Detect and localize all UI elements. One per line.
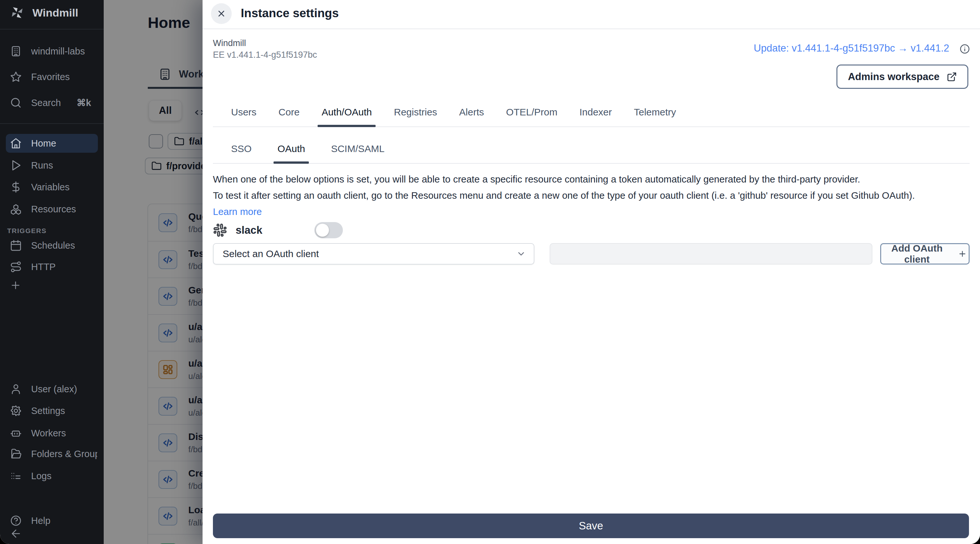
tab-label: Alerts [459, 107, 484, 118]
header-divider [202, 29, 980, 29]
sidebar-item-label: Runs [31, 160, 53, 171]
folder-open-icon [10, 448, 22, 460]
building-icon [10, 45, 22, 57]
oauth-client-select[interactable]: Select an OAuth client [213, 243, 535, 265]
dollar-icon [10, 181, 22, 193]
tab-label: SCIM/SAML [331, 143, 384, 154]
search-icon [10, 97, 22, 109]
home-icon [10, 137, 22, 150]
tab-label: OAuth [277, 143, 305, 154]
sidebar-item-logs[interactable]: Logs [10, 467, 97, 485]
calendar-icon [10, 239, 22, 252]
external-link-icon [947, 72, 957, 82]
slack-icon [213, 223, 227, 237]
tab-core[interactable]: Core [278, 98, 299, 126]
tab-label: SSO [231, 143, 251, 154]
tab-label: OTEL/Prom [506, 107, 557, 118]
close-button[interactable] [211, 3, 232, 24]
save-label: Save [579, 520, 603, 532]
tab-users[interactable]: Users [231, 98, 256, 126]
sidebar-divider [0, 29, 104, 29]
oauth-description: When one of the below options is set, yo… [213, 171, 961, 220]
instance-settings-drawer: Instance settings Windmill EE v1.441.1-4… [202, 0, 980, 544]
tab-registries[interactable]: Registries [394, 98, 437, 126]
select-value: Select an OAuth client [223, 248, 319, 259]
sidebar-item-label: Favorites [31, 72, 70, 82]
update-link[interactable]: Update: v1.441.1-4-g51f5197bc → v1.441.2 [754, 43, 949, 54]
sidebar-item-settings[interactable]: Settings [10, 402, 97, 420]
sidebar-item-variables[interactable]: Variables [10, 178, 97, 196]
learn-more-link[interactable]: Learn more [213, 206, 262, 217]
search-shortcut: ⌘k [76, 97, 91, 108]
tab-label: Indexer [579, 107, 612, 118]
sidebar-item-resources[interactable]: Resources [10, 200, 97, 218]
sidebar-item-label: HTTP [31, 262, 56, 272]
play-icon [10, 159, 22, 172]
add-oauth-client-button[interactable]: Add OAuth client [880, 243, 970, 265]
sidebar-item-http[interactable]: HTTP [10, 258, 97, 276]
sidebar-item-schedules[interactable]: Schedules [10, 236, 97, 255]
sidebar-item-label: Settings [31, 405, 65, 416]
subtab-oauth[interactable]: OAuth [277, 134, 305, 163]
app-logo[interactable]: Windmill [10, 5, 78, 20]
plus-icon [10, 279, 21, 291]
star-icon [10, 71, 22, 83]
triggers-section-label: TRIGGERS [7, 227, 47, 235]
sidebar-item-label: Search [31, 97, 61, 108]
subtab-sso[interactable]: SSO [231, 134, 251, 163]
admins-workspace-button[interactable]: Admins workspace [837, 64, 968, 89]
bot-icon [10, 427, 22, 439]
description-line-2: To test it after setting an oauth client… [213, 187, 961, 204]
user-icon [10, 383, 22, 395]
route-icon [10, 261, 22, 273]
sidebar-item-label: Variables [31, 182, 70, 193]
tab-auth-oauth[interactable]: Auth/OAuth [321, 98, 372, 126]
slack-enable-toggle[interactable] [314, 222, 343, 238]
sidebar-item-label: Home [31, 138, 56, 149]
save-button[interactable]: Save [213, 514, 969, 538]
sidebar-item-workspace[interactable]: windmill-labs [10, 42, 97, 60]
oauth-client-id-input[interactable] [550, 243, 872, 265]
sidebar-item-label: Schedules [31, 240, 75, 251]
add-trigger-button[interactable] [10, 276, 97, 294]
description-line-1: When one of the below options is set, yo… [213, 171, 961, 187]
settings-tabs: Users Core Auth/OAuth Registries Alerts … [213, 98, 970, 127]
sidebar-item-label: Folders & Groups... [31, 449, 97, 459]
sidebar-item-label: User (alex) [31, 384, 77, 394]
arrow-left-icon [10, 528, 22, 540]
subtab-scim-saml[interactable]: SCIM/SAML [331, 134, 384, 163]
sidebar-item-favorites[interactable]: Favorites [10, 68, 97, 86]
button-label: Add OAuth client [883, 243, 951, 265]
sidebar-item-runs[interactable]: Runs [10, 156, 97, 174]
sidebar-item-folders-groups[interactable]: Folders & Groups... [10, 445, 97, 463]
chevron-down-icon [516, 249, 526, 259]
tab-label: Users [231, 107, 256, 118]
sidebar-item-label: Resources [31, 204, 76, 215]
windmill-app: Windmill windmill-labs Favorites Search … [0, 0, 980, 544]
tab-telemetry[interactable]: Telemetry [634, 98, 676, 126]
sidebar: Windmill windmill-labs Favorites Search … [0, 0, 104, 544]
list-icon [10, 470, 22, 482]
product-name: Windmill [213, 38, 246, 48]
slack-provider-row: slack [213, 222, 343, 239]
version-text: EE v1.441.1-4-g51f5197bc [213, 50, 317, 60]
collapse-sidebar-button[interactable] [10, 525, 97, 543]
sidebar-item-label: Logs [31, 471, 51, 482]
tab-otel-prom[interactable]: OTEL/Prom [506, 98, 557, 126]
sidebar-item-home[interactable]: Home [6, 134, 98, 153]
button-label: Admins workspace [848, 71, 940, 83]
tab-label: Core [278, 107, 299, 118]
plus-icon [958, 249, 967, 259]
sidebar-item-workers[interactable]: Workers [10, 424, 97, 442]
boxes-icon [10, 203, 22, 215]
app-name: Windmill [32, 6, 78, 19]
tab-indexer[interactable]: Indexer [579, 98, 612, 126]
sidebar-item-user[interactable]: User (alex) [10, 380, 97, 398]
auth-subtabs: SSO OAuth SCIM/SAML [213, 134, 970, 164]
sidebar-divider [0, 123, 104, 124]
tab-label: Registries [394, 107, 437, 118]
tab-alerts[interactable]: Alerts [459, 98, 484, 126]
info-icon[interactable] [959, 43, 970, 54]
windmill-logo-icon [10, 5, 25, 20]
sidebar-item-search[interactable]: Search ⌘k [10, 94, 97, 112]
